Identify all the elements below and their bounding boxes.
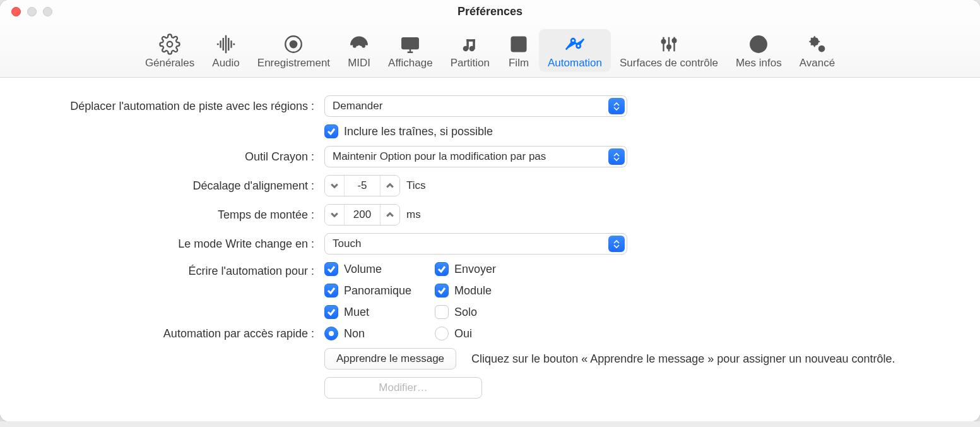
select-value: Maintenir Option pour la modification pa… — [333, 150, 546, 163]
move-automation-label: Déplacer l'automation de piste avec les … — [18, 100, 314, 113]
tab-generales[interactable]: Générales — [136, 29, 203, 72]
svg-point-5 — [356, 43, 358, 45]
tab-label: Avancé — [800, 57, 835, 69]
chevrons-icon — [608, 98, 625, 114]
ramp-time-stepper[interactable]: 200 — [324, 204, 400, 226]
tab-surfaces[interactable]: Surfaces de contrôle — [611, 29, 727, 72]
tab-label: Film — [509, 57, 529, 69]
svg-rect-7 — [403, 38, 419, 49]
stepper-down[interactable] — [325, 205, 344, 225]
write-mode-label: Le mode Write change en : — [18, 238, 314, 251]
radio-label: Oui — [454, 327, 472, 340]
button-label: Apprendre le message — [336, 352, 444, 365]
select-value: Demander — [333, 100, 382, 112]
preferences-window: Préférences Générales Audio Enregistreme… — [0, 0, 980, 421]
checkbox-label: Envoyer — [454, 263, 496, 276]
tab-partition[interactable]: Partition — [442, 29, 499, 72]
automation-icon — [564, 33, 586, 56]
window-title: Préférences — [0, 5, 980, 18]
move-automation-select[interactable]: Demander — [324, 95, 627, 117]
midi-icon — [348, 33, 370, 56]
toolbar: Générales Audio Enregistrement MIDI Affi… — [0, 23, 980, 78]
notes-icon — [459, 33, 481, 56]
chevrons-icon — [608, 236, 625, 252]
learn-message-button[interactable]: Apprendre le message — [324, 348, 456, 370]
svg-point-17 — [667, 45, 671, 49]
tab-label: Surfaces de contrôle — [620, 57, 718, 69]
sliders-icon — [658, 33, 680, 56]
write-mode-select[interactable]: Touch — [324, 233, 627, 255]
svg-point-18 — [673, 39, 676, 43]
stepper-up[interactable] — [381, 205, 399, 225]
svg-point-6 — [360, 43, 362, 45]
pan-checkbox[interactable]: Panoramique — [324, 284, 435, 298]
tab-midi[interactable]: MIDI — [339, 29, 379, 72]
checkbox-label: Muet — [344, 306, 369, 319]
pencil-tool-select[interactable]: Maintenir Option pour la modification pa… — [324, 146, 627, 167]
tab-label: Enregistrement — [257, 57, 330, 69]
checkbox-label: Module — [454, 284, 492, 298]
ramp-time-label: Temps de montée : — [18, 208, 314, 222]
button-label: Modifier… — [379, 382, 427, 394]
gear-icon — [158, 33, 181, 56]
display-icon — [399, 33, 422, 56]
tab-label: Partition — [451, 57, 490, 69]
svg-rect-13 — [512, 37, 526, 52]
checkbox-label: Volume — [344, 263, 382, 276]
send-checkbox[interactable]: Envoyer — [435, 262, 561, 276]
tab-label: Automation — [548, 57, 602, 69]
write-automation-label: Écrire l'automation pour : — [18, 262, 314, 278]
stepper-value: -5 — [344, 176, 381, 196]
learn-hint-text: Cliquez sur le bouton « Apprendre le mes… — [471, 352, 895, 366]
tab-mesinfos[interactable]: Mes infos — [727, 29, 791, 72]
tab-avance[interactable]: Avancé — [791, 29, 844, 72]
stepper-up[interactable] — [381, 176, 399, 196]
edit-button: Modifier… — [324, 377, 482, 399]
quick-access-no-radio[interactable]: Non — [324, 327, 435, 340]
plugin-checkbox[interactable]: Module — [435, 284, 561, 298]
snap-unit: Tics — [406, 179, 426, 192]
tab-label: Générales — [145, 57, 194, 69]
solo-checkbox[interactable]: Solo — [435, 305, 561, 319]
window-close-button[interactable] — [11, 7, 21, 16]
volume-checkbox[interactable]: Volume — [324, 262, 435, 276]
checkbox-label: Solo — [454, 306, 477, 319]
svg-point-14 — [571, 39, 575, 42]
profile-icon — [747, 33, 770, 56]
svg-point-22 — [819, 46, 825, 52]
window-minimize-button[interactable] — [27, 7, 37, 16]
snap-offset-stepper[interactable]: -5 — [324, 175, 400, 196]
tab-automation[interactable]: Automation — [539, 29, 611, 72]
window-zoom-button[interactable] — [43, 7, 52, 16]
traffic-lights — [0, 7, 52, 16]
tab-label: Affichage — [388, 57, 433, 69]
tab-enregistrement[interactable]: Enregistrement — [249, 29, 339, 72]
include-trails-checkbox[interactable]: Inclure les traînes, si possible — [324, 124, 493, 138]
tab-label: Mes infos — [736, 57, 782, 69]
stepper-down[interactable] — [325, 176, 344, 196]
svg-point-1 — [290, 40, 297, 47]
radio-label: Non — [344, 327, 365, 340]
chevrons-icon — [608, 148, 625, 165]
svg-point-15 — [577, 44, 581, 48]
waveform-icon — [215, 33, 237, 56]
select-value: Touch — [333, 238, 361, 250]
film-icon — [507, 33, 530, 56]
gears-icon — [806, 33, 829, 56]
stepper-value: 200 — [344, 205, 381, 225]
pencil-tool-label: Outil Crayon : — [18, 150, 314, 164]
svg-point-16 — [662, 40, 666, 44]
quick-access-label: Automation par accès rapide : — [18, 327, 314, 340]
tab-audio[interactable]: Audio — [203, 29, 248, 72]
checkbox-label: Panoramique — [344, 284, 411, 298]
tab-film[interactable]: Film — [499, 29, 539, 72]
checkbox-label: Inclure les traînes, si possible — [344, 125, 493, 138]
tab-affichage[interactable]: Affichage — [379, 29, 442, 72]
mute-checkbox[interactable]: Muet — [324, 305, 435, 319]
quick-access-yes-radio[interactable]: Oui — [435, 327, 561, 340]
content-area: Déplacer l'automation de piste avec les … — [0, 78, 980, 421]
tab-label: MIDI — [348, 57, 370, 69]
svg-point-20 — [756, 40, 762, 45]
snap-offset-label: Décalage d'alignement : — [18, 179, 314, 193]
titlebar: Préférences — [0, 0, 980, 23]
